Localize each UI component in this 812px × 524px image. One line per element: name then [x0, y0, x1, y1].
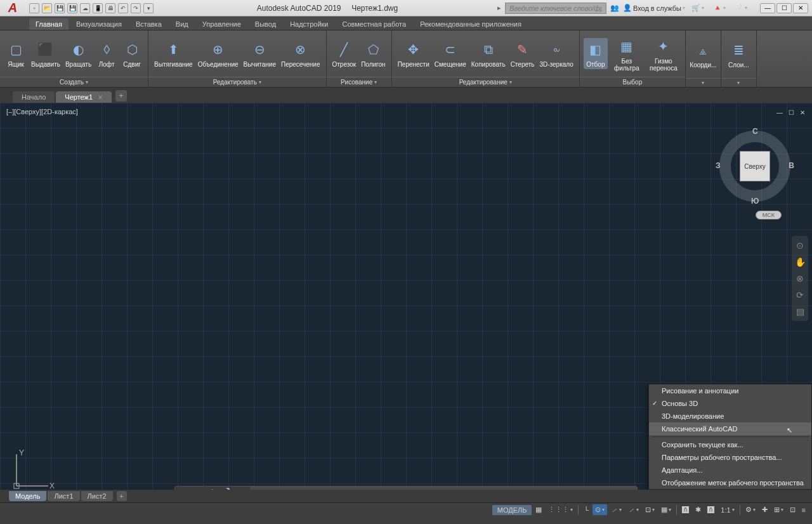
- tab-home[interactable]: Главная: [29, 18, 69, 30]
- status-annoauto-icon[interactable]: 🅰: [705, 505, 717, 515]
- viewcube[interactable]: С Ю З В Сверху: [717, 128, 793, 204]
- status-grid-icon[interactable]: ▦: [533, 504, 544, 515]
- tab-featured[interactable]: Рекомендованные приложения: [414, 18, 528, 30]
- tab-manage[interactable]: Управление: [196, 18, 247, 30]
- qat-open-icon[interactable]: 📂: [42, 3, 52, 13]
- status-annovis-icon[interactable]: ✱: [693, 504, 704, 515]
- maximize-button[interactable]: ☐: [776, 3, 792, 13]
- status-osnap-icon[interactable]: ⟋▾: [608, 505, 624, 515]
- viewport-minimize-icon[interactable]: —: [775, 108, 784, 117]
- viewcube-face[interactable]: Сверху: [740, 151, 770, 181]
- layers-button[interactable]: ≣Слои...: [726, 39, 751, 70]
- drawing-canvas[interactable]: [–][Сверху][2D-каркас] — ☐ ✕ С Ю З В Све…: [0, 103, 812, 502]
- qat-new-icon[interactable]: ▫: [29, 3, 39, 13]
- filetab-doc[interactable]: Чертеж1✕: [56, 91, 112, 103]
- viewport-close-icon[interactable]: ✕: [798, 108, 807, 117]
- presspull-button[interactable]: ⬆Вытягивание: [152, 38, 195, 69]
- extrude-button[interactable]: ⬛Выдавить: [29, 38, 62, 69]
- nav-pan-icon[interactable]: ✋: [793, 255, 807, 269]
- status-isolate-icon[interactable]: ⊡: [787, 504, 798, 515]
- status-customize-icon[interactable]: ≡: [799, 505, 808, 515]
- status-units-icon[interactable]: ⊞▾: [771, 504, 786, 515]
- revolve-button[interactable]: ◐Вращать: [63, 38, 93, 69]
- help-icon[interactable]: ❔▾: [732, 3, 750, 13]
- ctx-3dmodeling[interactable]: 3D-моделирование: [649, 410, 811, 422]
- exchange-icon[interactable]: 🛒▾: [689, 3, 707, 13]
- qat-print-icon[interactable]: 🖶: [105, 3, 115, 13]
- gizmo-button[interactable]: ✦Гизмо переноса: [646, 35, 681, 73]
- panel-layers-dd[interactable]: ▾: [721, 78, 756, 87]
- wcs-badge[interactable]: МСК: [756, 211, 782, 219]
- viewcube-south[interactable]: Ю: [751, 197, 759, 206]
- minimize-button[interactable]: —: [760, 3, 775, 13]
- add-tab-button[interactable]: +: [115, 90, 127, 102]
- nav-fullnav-icon[interactable]: ⊙: [793, 239, 807, 252]
- filetab-start[interactable]: Начало: [13, 91, 55, 103]
- viewcube-north[interactable]: С: [752, 127, 758, 136]
- status-ortho-icon[interactable]: └: [581, 505, 591, 515]
- status-lwt-icon[interactable]: ⊡▾: [643, 504, 657, 515]
- status-snap-icon[interactable]: ⋮⋮⋮▾: [546, 504, 575, 515]
- line-button[interactable]: ╱Отрезок: [331, 38, 358, 69]
- tab-addins[interactable]: Надстройки: [284, 18, 334, 30]
- subtract-button[interactable]: ⊖Вычитание: [242, 38, 278, 69]
- panel-coord-dd[interactable]: ▾: [686, 78, 721, 87]
- offset-button[interactable]: ⊂Смещение: [433, 38, 468, 69]
- qat-saveas-icon[interactable]: 💾: [67, 3, 77, 13]
- ctx-saveas[interactable]: Сохранить текущее как...: [649, 438, 811, 451]
- status-annoscale-icon[interactable]: 🅰: [679, 505, 691, 515]
- coord-button[interactable]: ⟁Коорди...: [688, 39, 718, 70]
- tab-collab[interactable]: Совместная работа: [336, 18, 412, 30]
- close-button[interactable]: ✕: [793, 3, 808, 13]
- tab-visualization[interactable]: Визуализация: [70, 18, 128, 30]
- viewport-maximize-icon[interactable]: ☐: [787, 108, 796, 117]
- app-logo[interactable]: A: [0, 0, 25, 16]
- search-input[interactable]: [505, 3, 606, 14]
- nofilter-button[interactable]: ▦Без фильтра: [609, 35, 645, 73]
- qat-more-icon[interactable]: ▾: [143, 3, 154, 13]
- status-annotation-icon[interactable]: ✚: [759, 504, 770, 515]
- status-workspace-icon[interactable]: ⚙▾: [743, 504, 758, 515]
- layout-sheet2[interactable]: Лист2: [81, 491, 113, 501]
- viewcube-west[interactable]: З: [716, 161, 721, 170]
- nav-orbit-icon[interactable]: ⟳: [793, 288, 807, 302]
- tab-output[interactable]: Вывод: [249, 18, 282, 30]
- viewcube-east[interactable]: В: [789, 161, 794, 170]
- layout-sheet1[interactable]: Лист1: [48, 491, 79, 501]
- panel-create-title[interactable]: Создать▾: [0, 77, 148, 87]
- qat-undo-icon[interactable]: ↶: [118, 3, 128, 13]
- tab-view[interactable]: Вид: [169, 18, 195, 30]
- box-button[interactable]: ▢Ящик: [4, 38, 28, 69]
- status-model-button[interactable]: МОДЕЛЬ: [492, 505, 532, 515]
- status-polar-icon[interactable]: ⊙▾: [593, 504, 607, 515]
- mirror3d-button[interactable]: ⧜3D-зеркало: [537, 38, 575, 69]
- panel-edit-title[interactable]: Редактировать▾: [148, 77, 325, 87]
- sweep-button[interactable]: ⬡Сдвиг: [120, 38, 144, 69]
- erase-button[interactable]: ✎Стереть: [509, 38, 537, 69]
- tab-insert[interactable]: Вставка: [129, 18, 168, 30]
- qat-mobile-icon[interactable]: 📱: [93, 3, 103, 13]
- layout-add-button[interactable]: +: [117, 491, 127, 501]
- culling-button[interactable]: ◧Отбор: [584, 38, 608, 69]
- layout-model[interactable]: Модель: [9, 491, 46, 501]
- nav-showmotion-icon[interactable]: ▤: [793, 305, 807, 318]
- ctx-classic[interactable]: Классический AutoCAD↖: [649, 422, 811, 435]
- ctx-drafting[interactable]: Рисование и аннотации: [649, 384, 811, 397]
- close-tab-icon[interactable]: ✕: [98, 94, 103, 101]
- ctx-3dbasics[interactable]: ✓Основы 3D: [649, 397, 811, 410]
- status-3dosnap-icon[interactable]: ⟋▾: [625, 505, 641, 515]
- intersect-button[interactable]: ⊗Пересечение: [279, 38, 322, 69]
- ctx-settings[interactable]: Параметры рабочего пространства...: [649, 451, 811, 464]
- ctx-labels[interactable]: Отображение меток рабочего пространства: [649, 476, 811, 489]
- qat-web-icon[interactable]: ☁: [80, 3, 90, 13]
- polygon-button[interactable]: ⬠Полигон: [359, 38, 387, 69]
- status-scale[interactable]: 1:1▾: [718, 505, 737, 515]
- copy-button[interactable]: ⧉Копировать: [469, 38, 508, 69]
- panel-draw-title[interactable]: Рисование▾: [327, 77, 391, 87]
- viewport-label[interactable]: [–][Сверху][2D-каркас]: [6, 108, 78, 115]
- union-button[interactable]: ⊕Объединение: [196, 38, 240, 69]
- signin-button[interactable]: 👤Вход в службы▾: [623, 4, 685, 12]
- ctx-customize[interactable]: Адаптация...: [649, 464, 811, 476]
- nav-zoom-icon[interactable]: ⊗: [793, 272, 807, 285]
- qat-save-icon[interactable]: 💾: [55, 3, 65, 13]
